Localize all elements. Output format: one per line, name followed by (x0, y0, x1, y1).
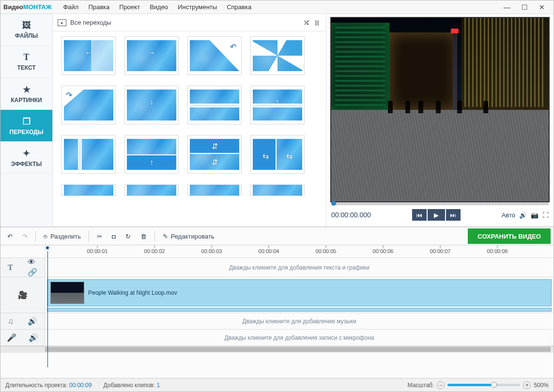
close-button[interactable]: ✕ (533, 1, 551, 13)
play-button[interactable]: ▶ (428, 209, 445, 221)
tab-transitions[interactable]: ❐ ПЕРЕХОДЫ (0, 110, 52, 142)
transition-item[interactable] (124, 184, 179, 196)
transition-item[interactable]: ← (62, 36, 116, 75)
menu-help[interactable]: Справка (222, 3, 256, 11)
menu-tools[interactable]: Инструменты (173, 3, 222, 11)
fullscreen-icon[interactable]: ⛶ (542, 211, 549, 219)
menu-file[interactable]: Файл (58, 3, 83, 11)
app-title-a: Видео (3, 3, 23, 11)
track-video: 🎥 People Walking at Night Loop.mov (0, 277, 554, 313)
cut-button[interactable]: ✂ (93, 229, 106, 243)
transition-item[interactable] (250, 36, 305, 75)
playhead[interactable] (45, 245, 50, 250)
snapshot-icon[interactable]: 📷 (531, 211, 539, 219)
preview-timecode: 00:00:00.000 (331, 211, 371, 219)
zoom-out-button[interactable]: − (437, 381, 445, 389)
menubar: ВидеоМОНТАЖ Файл Правка Проект Видео Инс… (0, 0, 554, 14)
ruler-tick: 00:00:01 (87, 248, 108, 254)
music-track-body[interactable]: Дважды кликните для добавления музыки (45, 313, 554, 329)
edit-icon: ✎ (163, 233, 168, 240)
timeline-scrollbar[interactable] (0, 346, 554, 353)
split-icon: ⎋ (44, 233, 47, 240)
tab-effects[interactable]: ✦ ЭФФЕКТЫ (0, 142, 52, 174)
mute-music-icon[interactable]: 🔊 (28, 317, 37, 326)
crop-button[interactable]: ◘ (108, 229, 120, 243)
center-header: ▸ Все переходы ⤭ ⫼ (53, 14, 326, 31)
tab-pictures[interactable]: ★ КАРТИНКИ (0, 78, 52, 110)
transition-item[interactable]: ↶ (187, 36, 242, 75)
duration-label: Длительность проекта: (5, 382, 67, 389)
transition-item[interactable]: ↑ (250, 86, 305, 124)
split-label: Разделить (50, 233, 81, 240)
text-track-icon: T (8, 263, 13, 272)
ruler-tick: 00:00:03 (201, 248, 222, 254)
zoom-handle[interactable] (491, 382, 497, 388)
text-track-body[interactable]: Дважды кликните для добавления текста и … (45, 258, 554, 277)
transition-item[interactable]: ↷ (62, 86, 116, 124)
tab-files[interactable]: 🖼 ФАЙЛЫ (0, 14, 52, 46)
video-track-icon: 🎥 (18, 290, 28, 300)
menu-project[interactable]: Проект (114, 3, 145, 11)
transition-item[interactable]: ⇵⇵ (187, 135, 242, 174)
transition-item[interactable] (187, 86, 242, 124)
edit-button[interactable]: ✎ Редактировать (159, 229, 218, 243)
redo-button[interactable]: ↷ (18, 229, 31, 243)
preview-mode-icon[interactable]: ▸ (58, 19, 66, 26)
center-panel: ▸ Все переходы ⤭ ⫼ ← → ↶ ↷ ↓ ↑ (53, 14, 326, 226)
delete-button[interactable]: 🗑 (137, 229, 151, 243)
transition-item[interactable]: → (124, 36, 179, 75)
split-button[interactable]: ⎋ Разделить (40, 229, 85, 243)
transition-item[interactable] (187, 184, 242, 196)
mute-mic-icon[interactable]: 🔊 (29, 333, 38, 342)
timeline-scroll-thumb[interactable] (45, 347, 551, 352)
transition-item[interactable] (62, 135, 116, 174)
transition-item[interactable]: ⇆⇆ (250, 135, 305, 174)
minimize-button[interactable]: ― (498, 1, 516, 13)
rotate-button[interactable]: ↻ (122, 229, 135, 243)
link-icon[interactable]: 🔗 (28, 268, 37, 277)
zoom-in-button[interactable]: + (523, 381, 531, 389)
zoom-label: Масштаб: (408, 382, 434, 389)
next-frame-button[interactable]: ⏭ (446, 209, 461, 221)
effects-icon: ✦ (23, 148, 30, 159)
apply-all-icon[interactable]: ⫼ (313, 18, 321, 27)
star-icon: ★ (23, 84, 31, 95)
volume-icon[interactable]: 🔊 (519, 211, 527, 219)
transitions-grid: ← → ↶ ↷ ↓ ↑ ↑ ⇵⇵ ⇆⇆ (53, 31, 326, 226)
auto-label[interactable]: Авто (502, 211, 515, 219)
menu-video[interactable]: Видео (145, 3, 173, 11)
text-icon: T (23, 52, 29, 62)
tab-files-label: ФАЙЛЫ (15, 32, 38, 39)
clip-strip (47, 308, 552, 312)
transition-item[interactable]: ↑ (124, 135, 179, 174)
preview-panel: 00:00:00.000 ⏮ ▶ ⏭ Авто 🔊 📷 ⛶ (326, 14, 554, 226)
tab-text[interactable]: T ТЕКСТ (0, 46, 52, 78)
undo-button[interactable]: ↶ (3, 229, 16, 243)
transition-item[interactable] (62, 184, 116, 196)
center-title: Все переходы (70, 19, 111, 26)
ruler-tick: 00:00:02 (144, 248, 165, 254)
menu-edit[interactable]: Правка (83, 3, 114, 11)
video-track-body[interactable]: People Walking at Night Loop.mov (45, 277, 554, 313)
preview-canvas (330, 17, 550, 202)
ruler-tick: 00:00:08 (487, 248, 508, 254)
save-video-button[interactable]: СОХРАНИТЬ ВИДЕО (468, 228, 551, 244)
timeline-ruler[interactable]: 00:00:01 00:00:02 00:00:03 00:00:04 00:0… (0, 245, 554, 258)
visibility-icon[interactable]: 👁 (28, 258, 37, 267)
seek-handle[interactable] (331, 201, 336, 206)
zoom-value: 500% (534, 382, 549, 389)
clip-name: People Walking at Night Loop.mov (88, 289, 177, 296)
video-clip[interactable]: People Walking at Night Loop.mov (47, 279, 552, 306)
left-tabs: 🖼 ФАЙЛЫ T ТЕКСТ ★ КАРТИНКИ ❐ ПЕРЕХОДЫ ✦ … (0, 14, 53, 226)
track-music: ♫ 🔊 Дважды кликните для добавления музык… (0, 313, 554, 330)
preview-seek-bar[interactable] (331, 202, 549, 205)
transition-item[interactable] (250, 184, 305, 196)
tab-effects-label: ЭФФЕКТЫ (11, 161, 42, 167)
shuffle-icon[interactable]: ⤭ (303, 18, 309, 27)
mic-track-body[interactable]: Дважды кликните для добавления записи с … (45, 330, 554, 346)
maximize-button[interactable]: ☐ (516, 1, 533, 13)
prev-frame-button[interactable]: ⏮ (412, 209, 427, 221)
transition-item[interactable]: ↓ (124, 86, 179, 124)
zoom-slider[interactable] (447, 384, 520, 386)
clips-value: 1 (156, 382, 160, 389)
